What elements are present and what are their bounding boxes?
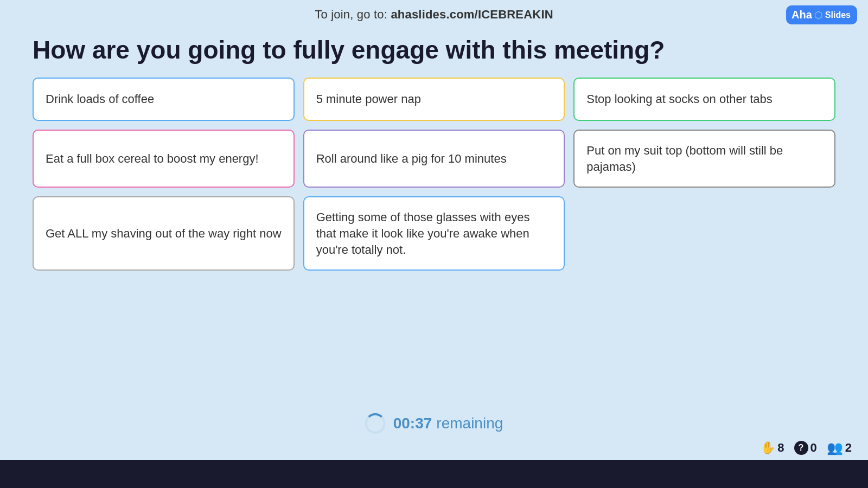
status-people: 👥 2 — [827, 440, 852, 455]
status-hands: ✋ 8 — [761, 441, 784, 455]
card-3-text: Stop looking at socks on other tabs — [586, 91, 772, 107]
card-4: Eat a full box cereal to boost my energy… — [33, 130, 295, 188]
timer-time: 00:37 — [393, 415, 432, 432]
questions-count: 0 — [810, 441, 817, 455]
cards-grid: Drink loads of coffee 5 minute power nap… — [0, 78, 868, 271]
timer-text: 00:37 remaining — [393, 415, 503, 432]
people-icon: 👥 — [827, 440, 843, 455]
card-8: Getting some of those glasses with eyes … — [303, 196, 565, 271]
timer-spinner — [365, 413, 386, 434]
people-count: 2 — [845, 441, 852, 455]
card-5: Roll around like a pig for 10 minutes — [303, 130, 565, 188]
card-2-text: 5 minute power nap — [316, 91, 421, 107]
logo-slides: Slides — [825, 10, 851, 20]
question-icon: ? — [794, 441, 808, 455]
join-prefix: To join, go to: — [315, 8, 387, 21]
logo-aha: Aha — [792, 9, 812, 21]
hands-count: 8 — [777, 441, 784, 455]
timer-area: 00:37 remaining — [365, 413, 503, 434]
timer-label: remaining — [436, 415, 503, 432]
card-8-text: Getting some of those glasses with eyes … — [316, 209, 552, 258]
card-5-text: Roll around like a pig for 10 minutes — [316, 151, 507, 167]
card-4-text: Eat a full box cereal to boost my energy… — [46, 151, 259, 167]
status-icons: ✋ 8 ? 0 👥 2 — [761, 440, 852, 455]
hand-icon: ✋ — [761, 441, 775, 455]
card-1-text: Drink loads of coffee — [46, 91, 154, 107]
card-6-text: Put on my suit top (bottom will still be… — [586, 143, 822, 175]
card-1: Drink loads of coffee — [33, 78, 295, 121]
status-questions: ? 0 — [794, 441, 817, 455]
join-url: ahaslides.com/ICEBREAKIN — [391, 8, 553, 21]
join-bar: To join, go to: ahaslides.com/ICEBREAKIN — [0, 0, 868, 26]
bottom-bar — [0, 460, 868, 488]
card-7: Get ALL my shaving out of the way right … — [33, 196, 295, 271]
card-7-text: Get ALL my shaving out of the way right … — [46, 226, 282, 242]
question-title: How are you going to fully engage with t… — [0, 26, 868, 78]
logo-icon: ⬡ — [814, 9, 823, 21]
card-3: Stop looking at socks on other tabs — [573, 78, 835, 121]
logo: Aha ⬡ Slides — [786, 5, 857, 24]
card-2: 5 minute power nap — [303, 78, 565, 121]
card-6: Put on my suit top (bottom will still be… — [573, 130, 835, 188]
